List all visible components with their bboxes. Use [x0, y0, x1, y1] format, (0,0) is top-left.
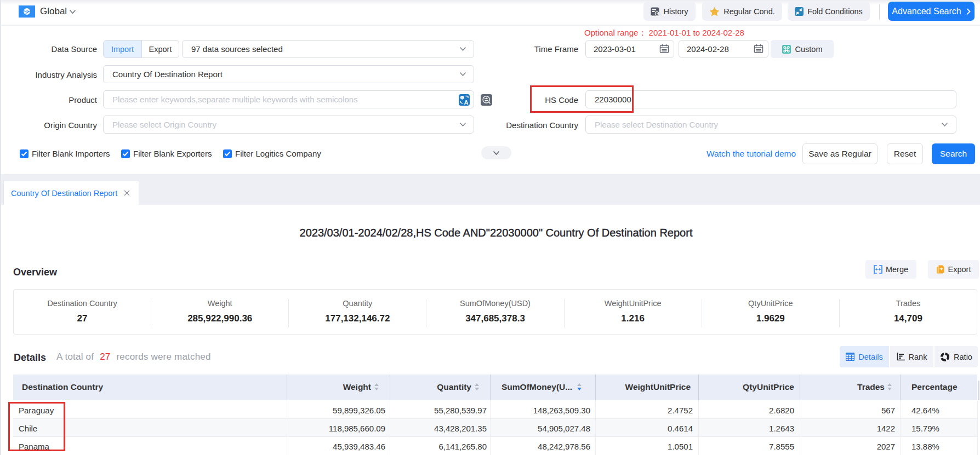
svg-text:A: A	[464, 99, 469, 106]
